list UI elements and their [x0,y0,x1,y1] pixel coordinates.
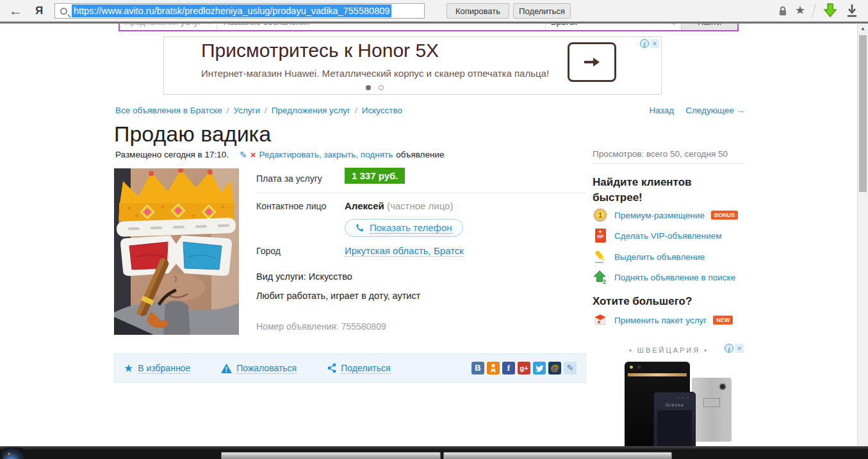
chevron-down-icon: ▾ [671,24,676,27]
show-phone-button[interactable]: Показать телефон [345,219,463,237]
banner-arrow-button[interactable] [568,42,616,82]
carousel-dot-active[interactable] [366,85,371,90]
share-icon [327,363,336,373]
carousel-dot[interactable] [379,85,384,90]
star-icon: ★ [124,362,133,375]
service-type: Вид услуги: Искусство [256,271,352,282]
breadcrumb-all-ads[interactable]: Все объявления в Братске [115,106,222,115]
package-label: Применить пакет услуг [614,316,707,325]
twitter-icon[interactable] [533,362,546,374]
share-label: Поделиться [341,363,390,374]
sidebar-item-highlight[interactable]: Выделить объявление [593,250,749,264]
google-plus-icon[interactable]: g+ [518,362,530,374]
divider [593,163,745,164]
highlight-label: Выделить объявление [614,252,705,262]
vk-icon[interactable]: В [471,362,484,374]
sidebar-heading: Найдите клиентов быстрее! [593,175,721,205]
city-link[interactable]: Иркутская область, Братск [345,245,464,257]
sidebar-heading-2: Хотите большего? [593,295,692,308]
copy-button[interactable]: Копировать [446,3,509,19]
mail-ru-icon[interactable]: @ [548,362,561,374]
next-link[interactable]: Следующее → [685,106,745,115]
ad-description: Любит работать, играет в доту, аутист [256,291,420,301]
ad-close-icon[interactable]: × [735,344,744,353]
phone-icon [356,223,365,233]
price-value: 1 337 руб. [345,170,405,181]
edit-pencil-icon[interactable]: ✎ [240,150,247,160]
camera-dot [720,384,725,389]
taskbar-window-button[interactable] [443,452,672,459]
gold-stripe [628,373,687,376]
camera-dot [630,366,633,369]
facebook-icon[interactable]: f [502,362,515,374]
breadcrumb-service-offers[interactable]: Предложения услуг [272,106,350,115]
banner-title: Присмотритесь к Honor 5X [201,40,439,61]
views-counter: Просмотров: всего 50, сегодня 50 [593,149,745,159]
sidebar-item-vip[interactable]: ★VIP Сделать VIP-объявлением [593,229,749,243]
share-button[interactable]: Поделиться [513,3,571,19]
favorite-label: В избранное [138,363,190,374]
city-select[interactable]: Братск▾ [545,24,681,30]
ad-photo[interactable] [114,168,239,335]
posted-date: Размещено сегодня в 17:10. [115,150,229,159]
search-form: Предложения услуг▾ Братск▾ Найти [119,24,739,31]
ad-banner[interactable]: Присмотритесь к Honor 5X Интернет-магази… [163,36,662,95]
search-submit-button[interactable]: Найти [681,24,737,30]
contact-label: Контактное лицо [256,201,326,211]
taskbar-window-button[interactable] [221,452,441,459]
report-button[interactable]: Пожаловаться [221,363,297,374]
page-title: Продаю вадика [114,122,271,147]
warning-icon [221,364,232,373]
share-ad-button[interactable]: Поделиться [327,363,390,374]
breadcrumb-separator: / [227,106,229,115]
search-icon [60,8,67,15]
url-text-selected[interactable]: https://www.avito.ru/bratsk/predlozheniy… [72,4,391,17]
arrow-right-icon [583,56,601,68]
contact-name: Алексей (частное лицо) [345,200,453,211]
ad-info-icon[interactable]: i [725,344,733,353]
ad-number: Номер объявления: 755580809 [256,321,386,332]
yandex-logo[interactable]: Я [35,4,43,17]
ad-close-icon[interactable]: × [650,39,659,48]
category-select[interactable]: Предложения услуг▾ [120,24,217,30]
taskbar [0,450,868,459]
sidebar-item-boost[interactable]: 2 Поднять объявление в поиске [593,270,749,284]
back-button[interactable]: ← [9,3,22,19]
posted-row: Размещено сегодня в 17:10. ✎ × Редактиро… [115,149,445,160]
odnoklassniki-icon[interactable] [487,362,500,374]
search-input[interactable] [217,24,545,30]
scrollbar[interactable]: ▲ [857,24,868,450]
actions-bar: ★ В избранное Пожаловаться Поделиться В … [114,353,586,383]
highlighter-icon [593,250,607,264]
speaker-dots: • • • [677,396,690,399]
breadcrumb-art[interactable]: Искусство [362,106,402,115]
scroll-up-arrow[interactable]: ▲ [860,26,865,31]
edit-ad-links[interactable]: Редактировать, закрыть, поднять [259,150,393,159]
carousel-dots[interactable] [366,85,384,90]
address-bar[interactable]: https://www.avito.ru/bratsk/predlozheniy… [54,3,425,19]
download-arrow-icon[interactable] [846,4,858,18]
browser-chrome: ← Я https://www.avito.ru/bratsk/predlozh… [0,0,868,22]
ad-info-icon[interactable]: i [640,39,649,48]
back-link[interactable]: Назад [650,106,675,115]
vip-label: Сделать VIP-объявлением [614,231,722,241]
report-label: Пожаловаться [236,363,297,374]
price-label: Плата за услугу [256,173,322,184]
favorite-button[interactable]: ★ В избранное [124,362,190,375]
delete-x-icon[interactable]: × [250,149,256,160]
sidebar-item-package[interactable]: Применить пакет услуг NEW [593,313,749,327]
search-form-clipped: Предложения услуг▾ Братск▾ Найти [119,24,739,31]
contact-type: (частное лицо) [387,200,454,211]
boost-label: Поднять объявление в поиске [614,273,735,282]
scrollbar-thumb[interactable] [859,35,867,192]
downloads-indicator-icon[interactable] [823,3,837,19]
breadcrumb-separator: / [265,106,267,115]
breadcrumb-services[interactable]: Услуги [233,106,260,115]
start-button[interactable] [3,447,24,459]
logo-plate [703,398,720,407]
social-share-row: В f g+ @ ✎ [471,362,577,374]
blog-pencil-icon[interactable]: ✎ [564,362,577,374]
bookmark-star-icon[interactable]: ★ [795,3,805,17]
sidebar-item-premium[interactable]: 1 Премиум-размещение BONUS [593,208,749,222]
phone-ad-silver-phone[interactable] [692,378,732,442]
